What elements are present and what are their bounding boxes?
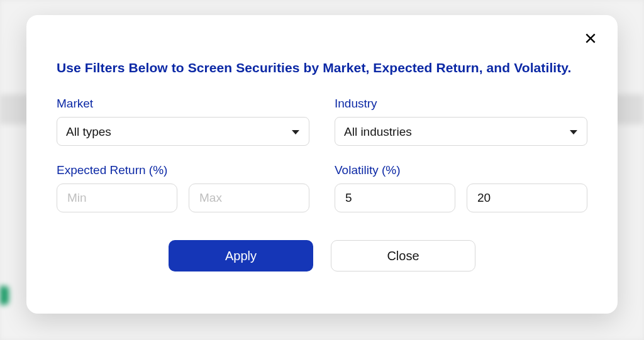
filter-modal: Use Filters Below to Screen Securities b… [26, 15, 618, 314]
volatility-max-input[interactable] [467, 184, 587, 212]
expected-return-label: Expected Return (%) [57, 163, 309, 177]
close-icon [584, 32, 597, 45]
filter-form: Market All types Industry All industries… [57, 97, 587, 212]
close-button[interactable] [581, 29, 600, 48]
close-modal-button[interactable]: Close [331, 240, 475, 271]
modal-title: Use Filters Below to Screen Securities b… [57, 60, 587, 75]
market-select[interactable]: All types [57, 117, 309, 146]
modal-button-row: Apply Close [57, 240, 587, 271]
market-field-group: Market All types [57, 97, 309, 146]
expected-return-field-group: Expected Return (%) [57, 163, 309, 212]
industry-select[interactable]: All industries [335, 117, 587, 146]
industry-select-wrap: All industries [335, 117, 587, 146]
volatility-field-group: Volatility (%) [335, 163, 587, 212]
industry-field-group: Industry All industries [335, 97, 587, 146]
expected-return-max-input[interactable] [189, 184, 309, 212]
apply-button[interactable]: Apply [169, 240, 313, 271]
market-label: Market [57, 97, 309, 111]
volatility-label: Volatility (%) [335, 163, 587, 177]
volatility-min-input[interactable] [335, 184, 455, 212]
industry-label: Industry [335, 97, 587, 111]
expected-return-min-input[interactable] [57, 184, 177, 212]
market-select-wrap: All types [57, 117, 309, 146]
backdrop-chip [0, 286, 9, 305]
